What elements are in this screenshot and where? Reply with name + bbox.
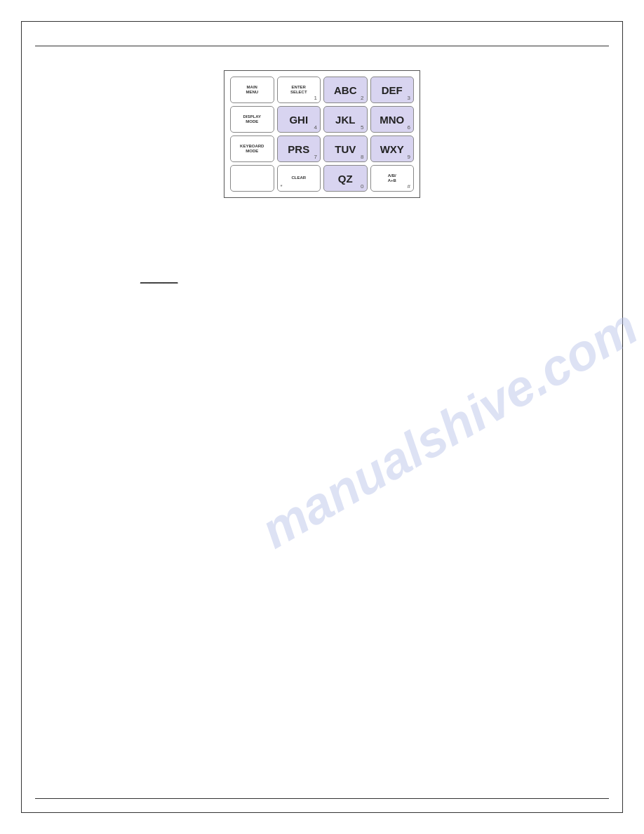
key-wxy[interactable]: WXY 9: [370, 135, 415, 162]
key-def[interactable]: DEF 3: [370, 77, 415, 103]
key-enter-select[interactable]: ENTERSELECT 1: [277, 77, 321, 103]
key-mno[interactable]: MNO 6: [370, 106, 415, 133]
key-abc[interactable]: ABC 2: [323, 77, 368, 103]
key-prs[interactable]: PRS 7: [277, 135, 321, 162]
keyboard-diagram: MAINMENU ENTERSELECT 1 ABC 2 DEF 3 DISPL…: [224, 70, 420, 198]
key-jkl[interactable]: JKL 5: [323, 106, 368, 133]
key-display-mode[interactable]: DISPLAYMODE: [230, 106, 274, 133]
key-qz[interactable]: QZ 0: [323, 165, 368, 192]
key-blank[interactable]: [230, 165, 274, 192]
key-ghi[interactable]: GHI 4: [277, 106, 321, 133]
key-tuv[interactable]: TUV 8: [323, 135, 368, 162]
key-keyboard-mode[interactable]: KEYBOARDMODE: [230, 135, 274, 162]
key-clear[interactable]: CLEAR *: [277, 165, 321, 192]
underline-text: ________: [140, 274, 177, 284]
key-main-menu[interactable]: MAINMENU: [230, 77, 274, 103]
key-ab-hash[interactable]: A/B/A+B #: [370, 165, 415, 192]
bottom-rule: [35, 798, 609, 799]
top-rule: [35, 46, 609, 46]
